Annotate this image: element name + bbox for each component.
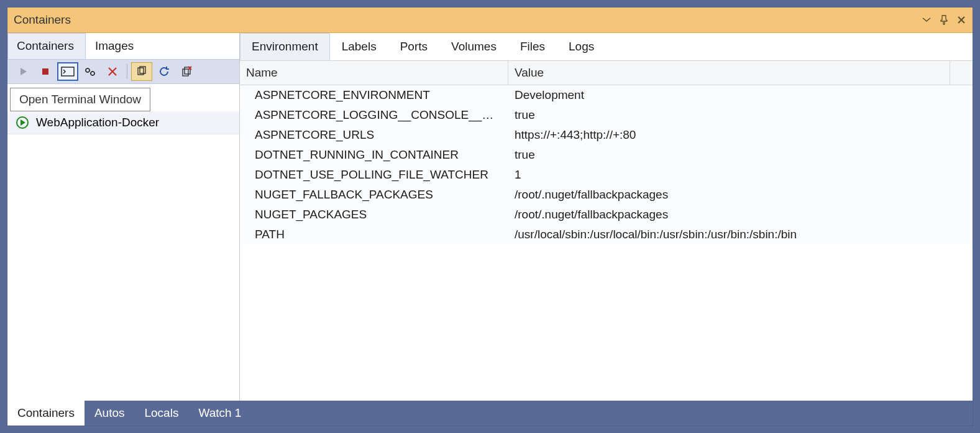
env-row[interactable]: ASPNETCORE_ENVIRONMENTDevelopment bbox=[240, 85, 973, 105]
env-row[interactable]: ASPNETCORE_LOGGING__CONSOLE__DISA...true bbox=[240, 105, 973, 125]
env-value: https://+:443;http://+:80 bbox=[508, 128, 973, 142]
svg-rect-1 bbox=[62, 67, 74, 76]
env-value: true bbox=[508, 148, 973, 162]
env-value: /root/.nuget/fallbackpackages bbox=[508, 208, 973, 221]
env-row[interactable]: DOTNET_RUNNING_IN_CONTAINERtrue bbox=[240, 145, 973, 165]
env-name: ASPNETCORE_ENVIRONMENT bbox=[240, 88, 508, 102]
env-row[interactable]: PATH/usr/local/sbin:/usr/local/bin:/usr/… bbox=[240, 225, 973, 244]
grid-body: ASPNETCORE_ENVIRONMENTDevelopmentASPNETC… bbox=[240, 85, 973, 401]
col-spacer bbox=[950, 61, 973, 85]
env-row[interactable]: ASPNETCORE_URLShttps://+:443;http://+:80 bbox=[240, 125, 973, 145]
env-name: ASPNETCORE_LOGGING__CONSOLE__DISA... bbox=[240, 108, 508, 122]
env-name: ASPNETCORE_URLS bbox=[240, 128, 508, 142]
toolbar-separator bbox=[127, 64, 127, 79]
close-icon[interactable] bbox=[956, 15, 966, 25]
tab-labels[interactable]: Labels bbox=[330, 33, 388, 60]
env-value: Development bbox=[508, 88, 973, 102]
btab-locals[interactable]: Locals bbox=[134, 401, 188, 426]
container-name: WebApplication-Docker bbox=[36, 116, 159, 129]
start-button[interactable] bbox=[12, 62, 34, 81]
env-value: true bbox=[508, 108, 973, 122]
env-row[interactable]: DOTNET_USE_POLLING_FILE_WATCHER1 bbox=[240, 165, 973, 185]
env-name: DOTNET_RUNNING_IN_CONTAINER bbox=[240, 148, 508, 162]
btab-watch1[interactable]: Watch 1 bbox=[188, 401, 251, 426]
svg-point-2 bbox=[86, 68, 89, 72]
refresh-button[interactable] bbox=[153, 62, 175, 81]
env-name: DOTNET_USE_POLLING_FILE_WATCHER bbox=[240, 168, 508, 182]
tab-environment[interactable]: Environment bbox=[240, 33, 330, 60]
copy-button[interactable] bbox=[131, 62, 152, 81]
env-name: PATH bbox=[240, 228, 508, 241]
btab-autos[interactable]: Autos bbox=[85, 401, 135, 426]
bottom-tabs: Containers Autos Locals Watch 1 bbox=[7, 401, 973, 426]
stop-button[interactable] bbox=[35, 62, 56, 81]
left-tabs: Containers Images bbox=[7, 33, 239, 59]
tooltip: Open Terminal Window bbox=[10, 88, 239, 111]
tab-logs[interactable]: Logs bbox=[557, 33, 606, 60]
env-value: 1 bbox=[508, 168, 973, 182]
container-row[interactable]: WebApplication-Docker bbox=[7, 111, 239, 134]
delete-button[interactable] bbox=[102, 62, 123, 81]
prune-button[interactable] bbox=[176, 62, 197, 81]
svg-rect-0 bbox=[42, 68, 48, 75]
left-toolbar bbox=[7, 59, 239, 84]
tab-volumes[interactable]: Volumes bbox=[439, 33, 508, 60]
env-value: /root/.nuget/fallbackpackages bbox=[508, 188, 973, 202]
btab-containers[interactable]: Containers bbox=[7, 401, 85, 426]
env-name: NUGET_FALLBACK_PACKAGES bbox=[240, 188, 508, 202]
svg-point-3 bbox=[91, 72, 94, 75]
pin-icon[interactable] bbox=[939, 15, 949, 25]
dropdown-icon[interactable] bbox=[922, 15, 932, 25]
containers-panel: Containers Containers Images bbox=[7, 7, 973, 426]
col-value[interactable]: Value bbox=[508, 61, 950, 85]
env-value: /usr/local/sbin:/usr/local/bin:/usr/sbin… bbox=[508, 228, 973, 241]
terminal-button[interactable] bbox=[57, 62, 78, 81]
left-pane: Containers Images bbox=[7, 33, 240, 401]
title-bar: Containers bbox=[7, 7, 973, 33]
title-text: Containers bbox=[14, 13, 922, 27]
container-list: WebApplication-Docker bbox=[7, 111, 239, 401]
svg-rect-6 bbox=[183, 69, 188, 76]
tooltip-text: Open Terminal Window bbox=[10, 88, 150, 111]
right-pane: Environment Labels Ports Volumes Files L… bbox=[240, 33, 973, 401]
tab-ports[interactable]: Ports bbox=[388, 33, 439, 60]
settings-button[interactable] bbox=[80, 62, 101, 81]
col-name[interactable]: Name bbox=[240, 61, 508, 85]
tab-images[interactable]: Images bbox=[86, 33, 145, 59]
work-area: Containers Images bbox=[7, 33, 973, 401]
env-name: NUGET_PACKAGES bbox=[240, 208, 508, 221]
tab-files[interactable]: Files bbox=[508, 33, 557, 60]
grid-header: Name Value bbox=[240, 61, 973, 85]
running-icon bbox=[16, 116, 29, 129]
tab-containers[interactable]: Containers bbox=[7, 33, 86, 59]
title-controls bbox=[922, 15, 966, 25]
env-row[interactable]: NUGET_FALLBACK_PACKAGES/root/.nuget/fall… bbox=[240, 185, 973, 205]
env-row[interactable]: NUGET_PACKAGES/root/.nuget/fallbackpacka… bbox=[240, 205, 973, 225]
detail-tabs: Environment Labels Ports Volumes Files L… bbox=[240, 33, 973, 61]
